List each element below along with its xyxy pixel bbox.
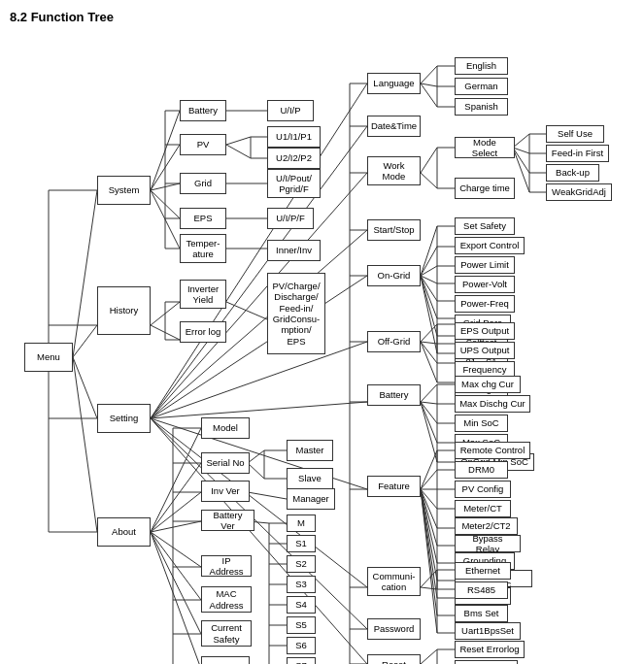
system-node: System xyxy=(97,176,151,205)
svg-line-21 xyxy=(226,137,251,145)
inv-ver-node: Inv Ver xyxy=(201,481,250,502)
ongrid-node: On-Grid xyxy=(367,265,421,286)
svg-line-77 xyxy=(151,418,367,489)
svg-line-155 xyxy=(421,489,437,528)
communication-node: Communi- cation xyxy=(367,567,421,596)
svg-line-132 xyxy=(421,342,437,344)
svg-line-117 xyxy=(421,276,437,283)
error-log-node: Error log xyxy=(180,321,226,343)
s1-node: S1 xyxy=(287,535,316,552)
reset-node: Reset xyxy=(367,654,421,664)
svg-line-0 xyxy=(73,190,97,357)
svg-line-75 xyxy=(151,342,367,418)
ethernet-node: Ethernet xyxy=(455,562,511,580)
bms-set-node: Bms Set xyxy=(455,605,508,622)
svg-line-100 xyxy=(421,148,437,173)
svg-line-36 xyxy=(151,463,201,532)
battery-ver-node: Battery Ver xyxy=(201,510,254,531)
svg-line-116 xyxy=(421,266,437,276)
master-node: Master xyxy=(287,440,333,461)
svg-line-41 xyxy=(151,532,201,634)
s3-node: S3 xyxy=(287,576,316,593)
pv-config-node: PV Config xyxy=(455,481,511,498)
pqrm-node: PQRM xyxy=(201,656,250,664)
svg-line-57 xyxy=(248,492,287,499)
svg-line-93 xyxy=(421,66,437,83)
svg-line-12 xyxy=(151,190,180,218)
weak-grid-adj-node: WeakGridAdj xyxy=(546,183,612,201)
svg-line-157 xyxy=(421,489,437,563)
history-node: History xyxy=(97,286,151,335)
bypass-relay-node: Bypass Relay xyxy=(455,535,521,552)
power-freq-node: Power-Freq xyxy=(455,295,515,313)
svg-line-118 xyxy=(421,276,437,301)
grid-params-node: U/I/Pout/ Pgrid/F xyxy=(267,169,321,198)
svg-line-53 xyxy=(248,463,264,479)
svg-line-156 xyxy=(421,489,437,546)
pv-charge-node: PV/Charge/ Discharge/ Feed-in/ GridConsu… xyxy=(267,273,325,354)
eps-output-node: EPS Output xyxy=(455,322,515,340)
german-node: German xyxy=(455,78,508,95)
svg-line-161 xyxy=(421,489,437,633)
s4-node: S4 xyxy=(287,596,316,614)
svg-line-42 xyxy=(151,532,201,664)
svg-line-39 xyxy=(151,532,201,567)
svg-line-10 xyxy=(151,145,180,190)
svg-line-94 xyxy=(421,83,437,86)
rs485-node: RS485 xyxy=(455,581,508,599)
svg-line-38 xyxy=(151,521,201,532)
svg-line-140 xyxy=(421,384,437,402)
svg-line-106 xyxy=(513,148,529,153)
eps-uipf-node: U/I/P/F xyxy=(267,208,314,229)
battery-node: Battery xyxy=(180,100,226,121)
temperature-node: Temper- ature xyxy=(180,234,226,263)
spanish-node: Spanish xyxy=(455,98,508,116)
remote-control-node: Remote Control xyxy=(455,442,530,459)
svg-line-143 xyxy=(421,402,437,443)
svg-line-108 xyxy=(513,148,529,192)
offgrid-node: Off-Grid xyxy=(367,331,421,352)
setting-node: Setting xyxy=(97,404,151,433)
svg-line-141 xyxy=(421,402,437,404)
max-dischg-cur-node: Max Dischg Cur xyxy=(455,395,530,413)
battery-feat-node: Battery xyxy=(367,384,421,406)
svg-line-9 xyxy=(151,111,180,190)
m-node: M xyxy=(287,515,316,532)
svg-line-121 xyxy=(421,276,437,353)
about-node: About xyxy=(97,517,151,547)
u1i1p1-node: U1/I1/P1 xyxy=(267,126,321,148)
svg-line-30 xyxy=(151,325,180,340)
mac-address-node: MAC Address xyxy=(201,586,252,613)
svg-line-3 xyxy=(73,357,97,532)
set-safety-node: Set Safety xyxy=(455,217,515,235)
drm0-node: DRM0 xyxy=(455,461,508,479)
s7-node: S7 xyxy=(287,657,316,664)
min-soc-node: Min SoC xyxy=(455,415,508,432)
svg-line-114 xyxy=(421,226,437,276)
power-volt-node: Power-Volt xyxy=(455,276,515,293)
slave-node: Slave xyxy=(287,468,333,489)
max-chg-cur-node: Max chg Cur xyxy=(455,376,521,393)
feature-node: Feature xyxy=(367,476,421,497)
feed-in-first-node: Feed-in First xyxy=(546,145,609,162)
ups-output-node: UPS Output xyxy=(455,342,515,359)
svg-line-52 xyxy=(248,450,264,463)
svg-line-119 xyxy=(421,276,437,318)
export-control-node: Export Control xyxy=(455,237,525,254)
pv-node: PV xyxy=(180,134,226,155)
self-use-node: Self Use xyxy=(546,125,604,143)
s6-node: S6 xyxy=(287,637,316,654)
svg-line-13 xyxy=(151,190,180,249)
svg-line-131 xyxy=(421,324,437,342)
svg-line-120 xyxy=(421,276,437,336)
serial-no-node: Serial No xyxy=(201,452,250,474)
grid-node: Grid xyxy=(180,173,226,194)
inverter-yield-node: Inverter Yield xyxy=(180,280,226,309)
svg-line-174 xyxy=(421,570,437,587)
svg-line-76 xyxy=(151,402,367,418)
menu-node: Menu xyxy=(24,343,73,372)
svg-line-159 xyxy=(421,489,437,598)
svg-line-29 xyxy=(151,302,180,325)
power-limit-node: Power Limit xyxy=(455,256,515,274)
svg-line-95 xyxy=(421,83,437,107)
